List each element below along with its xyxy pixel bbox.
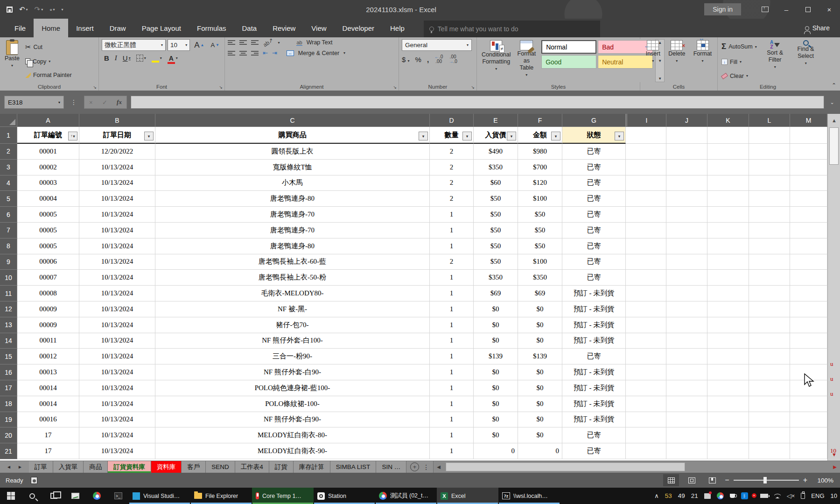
close-button[interactable]: × <box>819 0 840 19</box>
volume-muted-icon[interactable]: ◁× <box>787 492 795 499</box>
cell-C16[interactable]: NF 熊仔外套-白90- <box>155 364 430 380</box>
ribbon-display-options-icon[interactable] <box>754 0 776 19</box>
cell-C9[interactable]: 唐老鴨長袖上衣-60-藍 <box>155 254 430 270</box>
collapse-ribbon-icon[interactable]: ⌃ <box>832 82 836 89</box>
cell-M20[interactable] <box>790 427 827 443</box>
cell-A13[interactable]: 00009 <box>17 317 79 333</box>
cell-K16[interactable] <box>707 364 749 380</box>
cell-F3[interactable]: $700 <box>518 160 562 175</box>
cell-J8[interactable] <box>666 238 707 254</box>
ribbon-tab-insert[interactable]: Insert <box>68 19 102 37</box>
ribbon-tab-help[interactable]: Help <box>382 19 413 37</box>
cell-D5[interactable]: 2 <box>430 191 474 207</box>
cell-E21[interactable]: 0 <box>474 443 518 459</box>
header-cell-C[interactable]: 購買商品▾ <box>155 127 430 144</box>
format-as-table-button[interactable]: Format as Table▾ <box>516 39 538 82</box>
sheet-tab-訂貨[interactable]: 訂貨 <box>269 461 294 473</box>
cell-E15[interactable]: $139 <box>474 349 518 364</box>
cell-J14[interactable] <box>666 333 707 349</box>
increase-font-icon[interactable]: A▲ <box>192 41 206 50</box>
cell-K12[interactable] <box>707 301 749 317</box>
cell-E10[interactable]: $350 <box>474 270 518 286</box>
header-cell-E[interactable]: 入貨價▾ <box>474 127 518 144</box>
pinned-app-icon[interactable] <box>704 493 711 499</box>
cell-G11[interactable]: 預訂 - 未到貨 <box>562 286 626 301</box>
cell-K10[interactable] <box>707 270 749 286</box>
paste-button[interactable]: Paste▾ <box>3 39 21 82</box>
cell-E8[interactable]: $50 <box>474 238 518 254</box>
cell-F8[interactable]: $50 <box>518 238 562 254</box>
cell-C5[interactable]: 唐老鴨連身-80 <box>155 191 430 207</box>
tell-me-search[interactable]: Tell me what you want to do <box>424 21 600 37</box>
wifi-icon[interactable] <box>774 494 781 498</box>
cell-L15[interactable] <box>749 349 790 364</box>
row-number-14[interactable]: 14 <box>0 333 17 349</box>
cell-D11[interactable]: 1 <box>430 286 474 301</box>
row-number-19[interactable]: 19 <box>0 412 17 428</box>
row-number-6[interactable]: 6 <box>0 207 17 223</box>
cell-K9[interactable] <box>707 254 749 270</box>
cell-G4[interactable]: 已寄 <box>562 175 626 191</box>
ribbon-tab-home[interactable]: Home <box>34 19 68 37</box>
column-header-A[interactable]: A <box>17 114 79 127</box>
formula-input[interactable] <box>131 96 824 109</box>
cell-D3[interactable]: 2 <box>430 160 474 175</box>
name-box[interactable]: E318▾ <box>4 96 64 109</box>
header-cell-D[interactable]: 數量▾ <box>430 127 474 144</box>
cell-A2[interactable]: 00001 <box>17 144 79 160</box>
cell-E11[interactable]: $69 <box>474 286 518 301</box>
cell-C15[interactable]: 三合一-粉90- <box>155 349 430 364</box>
cell-L18[interactable] <box>749 396 790 412</box>
cell-L3[interactable] <box>749 160 790 175</box>
wrap-text-button[interactable]: Wrap Text <box>307 39 333 46</box>
cell-E14[interactable]: $0 <box>474 333 518 349</box>
cell-style-normal[interactable]: Normal <box>541 40 596 54</box>
cell-I17[interactable] <box>626 380 666 396</box>
cell-M11[interactable] <box>790 286 827 301</box>
cell-A6[interactable]: 00005 <box>17 207 79 223</box>
cell-A4[interactable]: 00003 <box>17 175 79 191</box>
taskbar-app-chrome[interactable]: 測試員 (02_t… <box>375 488 437 504</box>
cell-I7[interactable] <box>626 223 666 238</box>
cell-M3[interactable] <box>790 160 827 175</box>
cell-M13[interactable] <box>790 317 827 333</box>
cell-C20[interactable]: MELODY紅白衛衣-80- <box>155 427 430 443</box>
align-left-icon[interactable] <box>228 50 235 56</box>
cell-K6[interactable] <box>707 207 749 223</box>
header-cell-G[interactable]: 狀態▾ <box>562 127 626 144</box>
cell-G20[interactable]: 已寄 <box>562 427 626 443</box>
insert-cells-button[interactable]: ←Insert▾ <box>644 39 662 82</box>
cell-M10[interactable] <box>790 270 827 286</box>
cell-M6[interactable] <box>790 207 827 223</box>
row-number-11[interactable]: 11 <box>0 286 17 301</box>
scroll-right-icon[interactable]: ▶ <box>830 464 840 469</box>
filter-button-F[interactable]: ▾ <box>551 132 560 140</box>
ribbon-tab-data[interactable]: Data <box>234 19 265 37</box>
cell-F20[interactable]: $0 <box>518 427 562 443</box>
font-dialog-launcher[interactable]: ↘ <box>219 85 223 90</box>
cell-B15[interactable]: 10/13/2024 <box>79 349 155 364</box>
align-middle-icon[interactable] <box>239 39 247 46</box>
font-name-select[interactable]: 微軟正黑體▾ <box>102 39 166 51</box>
sheet-tab-SIN …[interactable]: SIN … <box>376 461 406 473</box>
cell-B13[interactable]: 10/13/2024 <box>79 317 155 333</box>
empty-cell-1-L[interactable] <box>749 127 790 144</box>
row-number-17[interactable]: 17 <box>0 380 17 396</box>
column-header-M[interactable]: M <box>790 114 827 127</box>
cell-I10[interactable] <box>626 270 666 286</box>
underline-button[interactable]: U▾ <box>120 54 133 62</box>
cell-D9[interactable]: 2 <box>430 254 474 270</box>
row-number-16[interactable]: 16 <box>0 364 17 380</box>
empty-cell-1-K[interactable] <box>707 127 749 144</box>
decrease-indent-icon[interactable]: ⇤ <box>263 49 268 56</box>
tray-chevron-icon[interactable]: ∧ <box>654 492 659 499</box>
cell-C10[interactable]: 唐老鴨長袖上衣-50-粉 <box>155 270 430 286</box>
cell-K8[interactable] <box>707 238 749 254</box>
cell-K18[interactable] <box>707 396 749 412</box>
row-number-4[interactable]: 4 <box>0 175 17 191</box>
cell-M18[interactable] <box>790 396 827 412</box>
cell-B6[interactable]: 10/13/2024 <box>79 207 155 223</box>
cell-J9[interactable] <box>666 254 707 270</box>
start-button[interactable] <box>0 488 21 504</box>
cell-C4[interactable]: 小木馬 <box>155 175 430 191</box>
